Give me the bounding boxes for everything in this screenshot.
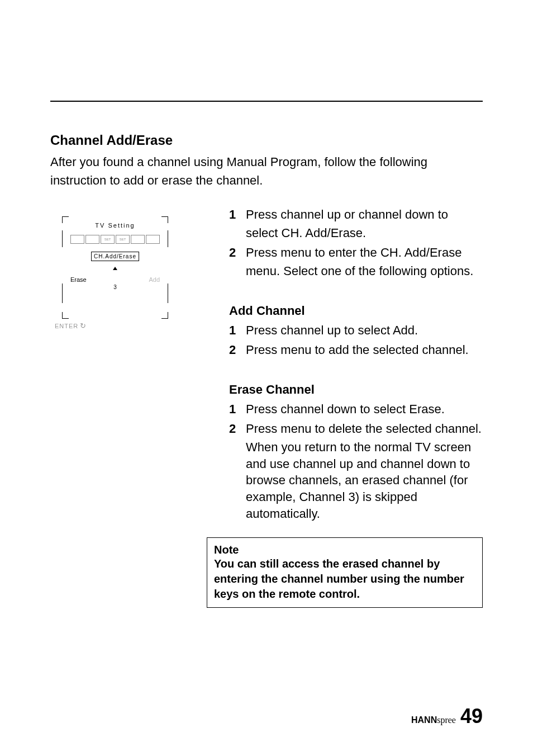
intro-paragraph: After you found a channel using Manual P… — [50, 153, 483, 190]
list-item: Press menu to add the selected channel. — [229, 341, 483, 359]
horizontal-rule — [50, 101, 483, 102]
brand-logo: HANNspree — [411, 715, 456, 725]
note-body: You can still access the erased channel … — [214, 556, 475, 602]
note-title: Note — [214, 544, 475, 556]
erase-after-text: When you return to the normal TV screen … — [229, 439, 483, 522]
list-item: Press menu to delete the selected channe… — [229, 419, 483, 438]
page-number: 49 — [460, 705, 483, 728]
diagram-icon: SET — [116, 235, 130, 244]
erase-channel-title: Erase Channel — [229, 382, 483, 397]
diagram-action-row: Erase Add — [70, 276, 160, 283]
bracket-edge — [168, 230, 168, 247]
bracket-edge — [168, 284, 168, 303]
brand-part2: spree — [437, 715, 456, 725]
diagram-icon — [146, 235, 160, 244]
brand-part1: HANN — [411, 715, 437, 725]
erase-steps-list: Press channel down to select Erase. Pres… — [229, 400, 483, 438]
bracket-corner — [168, 312, 168, 319]
enter-arrow-icon: ↻ — [80, 322, 87, 330]
bracket-edge — [62, 230, 63, 247]
text-column: Press channel up or channel down to sele… — [229, 205, 483, 608]
diagram-erase-label: Erase — [70, 276, 87, 283]
diagram-menu-label: CH.Add/Erase — [91, 252, 139, 261]
list-item: Press menu to enter the CH. Add/Erase me… — [229, 243, 483, 280]
add-steps-list: Press channel up to select Add. Press me… — [229, 321, 483, 359]
diagram-header: TV Setting — [54, 222, 177, 229]
add-channel-title: Add Channel — [229, 304, 483, 318]
bracket-corner — [62, 318, 69, 319]
diagram-channel-number: 3 — [113, 284, 117, 290]
up-arrow-icon — [113, 267, 117, 270]
diagram-column: TV Setting SET SET CH.Add/Erase Erase Ad… — [50, 214, 173, 325]
bracket-edge — [62, 284, 63, 303]
diagram-add-label: Add — [149, 276, 160, 283]
diagram-icon-row: SET SET — [70, 235, 160, 244]
bracket-corner — [62, 312, 63, 319]
list-item: Press channel down to select Erase. — [229, 400, 483, 418]
note-box: Note You can still access the erased cha… — [207, 537, 483, 608]
main-steps-list: Press channel up or channel down to sele… — [229, 205, 483, 280]
diagram-icon: SET — [101, 235, 115, 244]
tv-diagram: TV Setting SET SET CH.Add/Erase Erase Ad… — [54, 214, 177, 325]
enter-text: ENTER — [55, 323, 78, 329]
diagram-icon — [85, 235, 99, 244]
bracket-corner — [62, 216, 69, 217]
diagram-icon — [131, 235, 145, 244]
section-title: Channel Add/Erase — [50, 133, 483, 148]
diagram-enter-label: ENTER ↻ — [55, 322, 87, 330]
page-footer: HANNspree 49 — [411, 705, 483, 728]
list-item: Press channel up or channel down to sele… — [229, 205, 483, 242]
content-row: TV Setting SET SET CH.Add/Erase Erase Ad… — [50, 205, 483, 608]
diagram-icon — [70, 235, 84, 244]
list-item: Press channel up to select Add. — [229, 321, 483, 339]
